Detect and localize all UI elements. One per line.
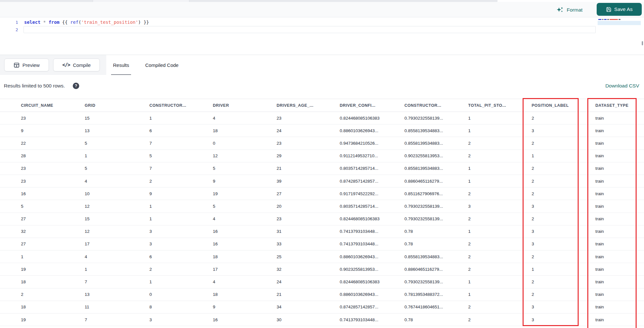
table-cell: 4 [213, 216, 277, 221]
table-cell: 0 [149, 292, 213, 297]
table-cell: 0.9023255813953... [340, 267, 404, 272]
table-cell: 1 [85, 153, 149, 158]
editor-active-line[interactable] [24, 26, 596, 33]
table-cell: 1 [468, 116, 532, 121]
table-cell: 18 [213, 128, 277, 133]
table-cell: 13 [85, 292, 149, 297]
table-cell: 21 [277, 292, 340, 297]
table-cell: 4 [213, 116, 277, 121]
table-cell: 19 [213, 191, 277, 196]
row-limit-text: Results limited to 500 rows. [4, 83, 65, 89]
table-cell: 0.8860465116279... [404, 267, 468, 272]
table-cell: 18 [21, 279, 85, 284]
column-header: CIRCUIT_NAME [21, 103, 85, 108]
table-cell: 32 [21, 229, 85, 234]
table-cell: 0.8860103626943... [340, 254, 404, 259]
minimap-code-line [598, 19, 620, 20]
table-cell: 2 [468, 141, 532, 146]
table-cell: 1 [468, 166, 532, 171]
column-header: CONSTRUCTOR... [149, 103, 213, 108]
column-header: CONSTRUCTOR... [404, 103, 468, 108]
table-cell: 0.7930232558139... [404, 216, 468, 221]
table-cell: 30 [277, 317, 340, 322]
table-cell: 2 [468, 267, 532, 272]
question-mark-icon[interactable]: ? [73, 83, 79, 89]
table-cell: 15 [85, 216, 149, 221]
code-token: {{ [60, 20, 71, 25]
column-header: DRIVER_CONFI... [340, 103, 404, 108]
table-cell: 1 [149, 116, 213, 121]
table-cell: 2 [468, 216, 532, 221]
table-cell: 4 [85, 254, 149, 259]
table-cell: 0.824468085106383 [340, 279, 404, 284]
table-cell: 27 [21, 241, 85, 246]
results-panel-header: Preview </> Compile ResultsCompiled Code [0, 55, 644, 75]
table-cell: 11 [85, 305, 149, 309]
table-cell: 23 [277, 141, 340, 146]
table-cell: 23 [21, 166, 85, 171]
table-cell: 0.9112149532710... [340, 153, 404, 158]
table-cell: 9 [213, 179, 277, 184]
table-cell: 5 [21, 204, 85, 209]
editor-toolbar: Format Save As [0, 2, 644, 17]
table-cell: 2 [149, 179, 213, 184]
table-cell: 1 [468, 128, 532, 133]
code-editor[interactable]: 12 select * from {{ ref('train_test_posi… [0, 18, 644, 55]
editor-scrollbar-thumb[interactable] [642, 41, 643, 45]
highlight-box-dataset-type [587, 98, 637, 328]
table-cell: 0.8860103626943... [340, 292, 404, 297]
table-cell: 17 [85, 241, 149, 246]
table-cell: 21 [277, 166, 340, 171]
save-as-button[interactable]: Save As [597, 3, 642, 16]
column-header: DRIVER [213, 103, 277, 108]
action-buttons-area: Preview </> Compile [0, 55, 106, 75]
table-cell: 10 [85, 191, 149, 196]
table-cell: 39 [277, 179, 340, 184]
table-cell: 1 [149, 216, 213, 221]
table-cell: 0.78 [404, 241, 468, 246]
compile-button[interactable]: </> Compile [53, 59, 100, 71]
table-cell: 9 [213, 305, 277, 309]
table-cell: 18 [213, 254, 277, 259]
table-cell: 7 [85, 317, 149, 322]
table-cell: 2 [468, 317, 532, 322]
table-cell: 19 [21, 317, 85, 322]
table-cell: 7 [149, 141, 213, 146]
table-cell: 33 [277, 241, 340, 246]
preview-label: Preview [23, 62, 40, 68]
table-cell: 9 [149, 191, 213, 196]
table-cell: 12 [213, 153, 277, 158]
table-cell: 2 [21, 292, 85, 297]
download-csv-link[interactable]: Download CSV [605, 83, 639, 89]
table-cell: 31 [277, 229, 340, 234]
column-header: DRIVERS_AGE_... [277, 103, 340, 108]
table-cell: 1 [149, 204, 213, 209]
table-cell: 0 [213, 141, 277, 146]
table-cell: 0.8035714285714... [340, 166, 404, 171]
column-header: TOTAL_PIT_STO... [468, 103, 532, 108]
table-cell: 1 [468, 229, 532, 234]
table-cell: 12 [85, 229, 149, 234]
table-cell: 28 [21, 153, 85, 158]
minimap-viewport[interactable] [598, 21, 641, 25]
code-icon: </> [62, 62, 70, 68]
table-cell: 0.8558139534883... [404, 254, 468, 259]
editor-minimap[interactable] [598, 18, 641, 37]
table-cell: 6 [149, 128, 213, 133]
format-button[interactable]: Format [556, 5, 582, 15]
table-cell: 16 [21, 191, 85, 196]
table-cell: 2 [468, 153, 532, 158]
results-tabs: ResultsCompiled Code [112, 55, 179, 75]
table-cell: 27 [277, 191, 340, 196]
table-cell: 5 [213, 204, 277, 209]
tab-results[interactable]: Results [112, 55, 130, 75]
code-token: ) [138, 20, 141, 25]
preview-button[interactable]: Preview [4, 59, 49, 71]
table-cell: 4 [85, 179, 149, 184]
table-cell: 8 [149, 305, 213, 309]
highlight-box-position-label [523, 98, 579, 326]
table-cell: 32 [277, 267, 340, 272]
table-cell: 27 [21, 216, 85, 221]
tab-compiled-code[interactable]: Compiled Code [145, 55, 179, 75]
table-cell: 13 [85, 128, 149, 133]
